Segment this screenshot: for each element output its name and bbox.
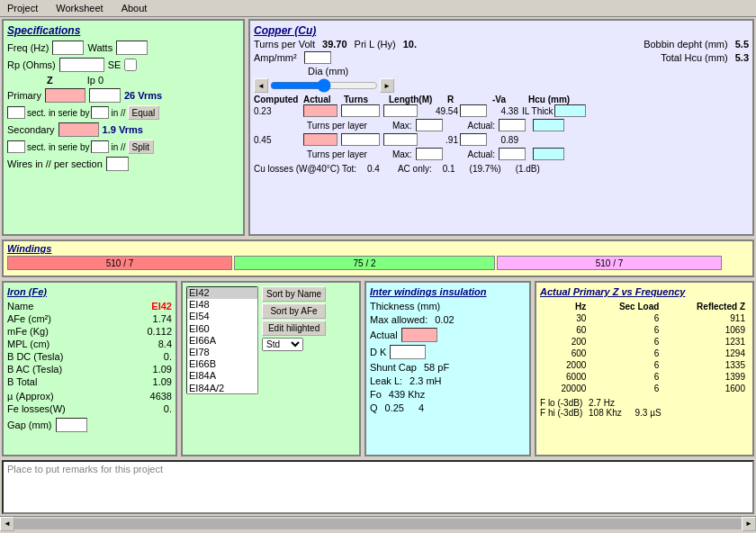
core-list-item[interactable]: EI66B bbox=[187, 358, 257, 370]
il-thick2-input[interactable]: 0.10 bbox=[533, 119, 564, 131]
max1-input[interactable]: 79 bbox=[416, 119, 443, 131]
par1-input[interactable]: 1 bbox=[91, 106, 109, 119]
core-list-item[interactable]: EI78 bbox=[187, 347, 257, 358]
fe-losses-val: 0. bbox=[164, 403, 172, 414]
iron-data-row: B Total1.09 bbox=[7, 376, 172, 387]
r1-hcu: 4.38 bbox=[487, 106, 518, 116]
primary-label: Primary bbox=[7, 90, 41, 101]
secondary-label: Secondary bbox=[7, 124, 55, 135]
material-select[interactable]: M6x Std bbox=[262, 338, 303, 351]
se-checkbox[interactable] bbox=[124, 59, 137, 71]
menu-project[interactable]: Project bbox=[4, 2, 41, 14]
split-button[interactable]: Split bbox=[128, 140, 154, 154]
primary-ip-input[interactable]: 0.06 bbox=[89, 88, 121, 103]
dia-slider[interactable] bbox=[270, 78, 378, 93]
watts-input[interactable]: 0.6 bbox=[116, 41, 148, 55]
core-list-panel: EI42EI48EI54EI60EI66AEI78EI66BEI84AEI84A… bbox=[181, 281, 361, 456]
q-label: Q bbox=[370, 402, 378, 413]
actual2-input[interactable]: 37 bbox=[499, 148, 526, 160]
par-label: in // bbox=[111, 108, 125, 118]
primary-z-input[interactable]: 1100 bbox=[45, 88, 86, 103]
fo-label: Fo bbox=[370, 389, 382, 400]
gap-row: Gap (mm) 0 bbox=[7, 418, 172, 432]
wires-input[interactable]: 1 bbox=[106, 157, 129, 171]
wires-label: Wires in // per section bbox=[7, 158, 103, 169]
hdr-computed: Computed bbox=[254, 95, 303, 104]
freq-cell-hz: 2000 bbox=[540, 359, 590, 371]
rp-input[interactable]: 200 bbox=[59, 58, 104, 72]
iron-row-name: B AC (Tesla) bbox=[7, 364, 62, 375]
primary-row: Primary 1100 0.06 26 Vrms bbox=[7, 88, 239, 103]
bottom-row: Iron (Fe) NameEI42AFe (cm²)1.74mFe (Kg)0… bbox=[0, 279, 756, 458]
core-list-item[interactable]: EI84A/2 bbox=[187, 383, 257, 394]
r2-va[interactable] bbox=[460, 133, 487, 146]
max-allowed-val: 0.02 bbox=[435, 314, 454, 325]
gap-input[interactable]: 0 bbox=[56, 418, 87, 432]
core-listbox[interactable]: EI42EI48EI54EI60EI66AEI78EI66BEI84AEI84A… bbox=[186, 286, 258, 394]
spec-panel: Specifications Freq (Hz) 30 Watts 0.6 Rp… bbox=[2, 19, 245, 236]
il-thick3-input[interactable]: 0 bbox=[533, 148, 564, 160]
max1-label: Max: bbox=[392, 121, 412, 131]
tpl-row2: Turns per layer Max: 42 Actual: 37 0 bbox=[254, 148, 749, 160]
slider-left-btn[interactable]: ◄ bbox=[254, 78, 268, 93]
freq-row: Freq (Hz) 30 Watts 0.6 bbox=[7, 41, 239, 55]
core-btn-area: Sort by Name Sort by AFe Edit hilighted … bbox=[262, 286, 326, 394]
r1-length[interactable]: 84 bbox=[383, 104, 418, 117]
hdr-actual: Actual bbox=[303, 95, 344, 104]
actual-input[interactable]: 5 bbox=[401, 328, 437, 342]
z-label: Z bbox=[47, 75, 53, 86]
par2-input[interactable]: 1 bbox=[91, 140, 109, 153]
iron-row-val: 0.112 bbox=[147, 326, 172, 337]
sort-afe-button[interactable]: Sort by AFe bbox=[262, 303, 326, 319]
menubar: Project Worksheet About bbox=[0, 0, 756, 17]
scroll-right-btn[interactable]: ► bbox=[742, 517, 756, 531]
menu-about[interactable]: About bbox=[118, 2, 151, 14]
r1-turns[interactable]: 1020 bbox=[341, 104, 380, 117]
copper-info-row2: Amp/mm² 2 Total Hcu (mm) 5.3 bbox=[254, 51, 749, 64]
freq-table-row: 6061069 bbox=[540, 324, 749, 336]
freq-cell-hz: 6000 bbox=[540, 371, 590, 383]
equal-button[interactable]: Equal bbox=[128, 105, 160, 120]
shunt-cap-label: Shunt Cap bbox=[370, 362, 417, 373]
tpl2-label: Turns per layer bbox=[307, 149, 367, 159]
freq-cell-sec: 6 bbox=[590, 359, 662, 371]
bobbin-val: 5.5 bbox=[735, 39, 749, 50]
freq-header-row: Hz Sec Load Reflected Z bbox=[540, 301, 749, 312]
slider-right-btn[interactable]: ► bbox=[380, 78, 394, 93]
dk-input[interactable]: 3 bbox=[390, 345, 426, 359]
winding-bar-0: 510 / 7 bbox=[7, 256, 232, 270]
gap-label: Gap (mm) bbox=[7, 420, 52, 430]
iron-row-name: B DC (Tesla) bbox=[7, 351, 63, 362]
core-list-item[interactable]: EI84A bbox=[187, 370, 257, 382]
sect2-input[interactable]: 1 bbox=[7, 140, 25, 153]
sect1-input[interactable]: 1 bbox=[7, 106, 25, 119]
r1-va[interactable]: 3 bbox=[460, 104, 487, 117]
freq-input[interactable]: 30 bbox=[52, 41, 84, 55]
r1-il-thick[interactable]: 0.10 bbox=[554, 104, 586, 117]
edit-button[interactable]: Edit hilighted bbox=[262, 321, 326, 336]
secondary-z-input[interactable]: 6 bbox=[58, 122, 99, 137]
freq-table: Hz Sec Load Reflected Z 3069116061069200… bbox=[540, 301, 749, 394]
sort-name-button[interactable]: Sort by Name bbox=[262, 286, 326, 302]
spec-title: Specifications bbox=[7, 24, 239, 37]
r2-turns[interactable]: 75 bbox=[341, 133, 380, 146]
thickness-label: Thickness (mm) bbox=[370, 301, 440, 312]
core-list-item[interactable]: EI66A bbox=[187, 335, 257, 347]
r2-length[interactable]: 6 bbox=[383, 133, 418, 146]
core-list-item[interactable]: EI48 bbox=[187, 299, 257, 311]
core-list-item[interactable]: EI54 bbox=[187, 311, 257, 322]
core-list-item[interactable]: EI60 bbox=[187, 323, 257, 335]
scroll-track[interactable] bbox=[14, 519, 742, 529]
r1-actual[interactable]: .2 bbox=[303, 104, 338, 117]
scroll-left-btn[interactable]: ◄ bbox=[0, 517, 14, 531]
max-allowed-label: Max allowed: bbox=[370, 314, 428, 325]
menu-worksheet[interactable]: Worksheet bbox=[52, 2, 106, 14]
actual1-input[interactable]: 78 bbox=[499, 119, 526, 131]
amm-input[interactable]: 2 bbox=[304, 51, 331, 64]
dk-label: D K bbox=[370, 347, 386, 357]
tpl-row1: Turns per layer Max: 79 Actual: 78 0.10 bbox=[254, 119, 749, 131]
primary-vrms: 26 Vrms bbox=[124, 90, 162, 101]
core-list-item[interactable]: EI42 bbox=[187, 287, 257, 299]
r2-actual[interactable]: .4 bbox=[303, 133, 338, 146]
max2-input[interactable]: 42 bbox=[416, 148, 443, 160]
